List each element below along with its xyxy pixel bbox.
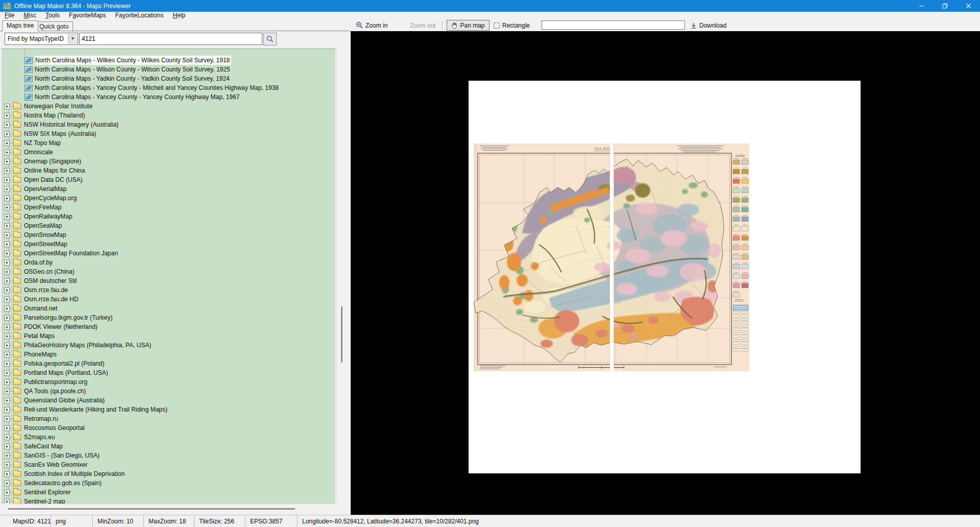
tree-item-folder[interactable]: OpenFireMap: [2, 203, 335, 212]
tree-item-folder[interactable]: NSW Historical Imagery (Australia): [2, 120, 335, 129]
expand-plus-icon[interactable]: [4, 232, 10, 238]
expand-plus-icon[interactable]: [4, 370, 10, 376]
tree-item-folder[interactable]: OpenCycleMap.org: [2, 194, 335, 203]
expand-plus-icon[interactable]: [4, 416, 10, 422]
expand-plus-icon[interactable]: [4, 333, 10, 339]
tree-item-folder[interactable]: Parselsorgu.tkgm.gov.tr (Turkey): [2, 313, 335, 322]
expand-plus-icon[interactable]: [4, 435, 10, 440]
expand-plus-icon[interactable]: [4, 159, 10, 164]
tree-item-folder[interactable]: OpenSnowMap: [2, 230, 335, 239]
expand-plus-icon[interactable]: [4, 471, 10, 477]
expand-plus-icon[interactable]: [4, 379, 10, 385]
expand-plus-icon[interactable]: [4, 140, 10, 146]
tree-item-folder[interactable]: NZ Topo Map: [2, 138, 335, 148]
map-viewport[interactable]: SOIL MAP LEGEND: [351, 31, 980, 515]
expand-plus-icon[interactable]: [4, 361, 10, 367]
expand-plus-icon[interactable]: [4, 444, 10, 449]
tree-item-folder[interactable]: PDOK Viewer (Netherland): [2, 322, 335, 331]
tree-item-folder[interactable]: Scottish Index of Multiple Deprivation: [2, 469, 335, 478]
expand-plus-icon[interactable]: [4, 251, 10, 256]
expand-plus-icon[interactable]: [4, 453, 10, 459]
expand-plus-icon[interactable]: [4, 499, 10, 504]
close-button[interactable]: [957, 0, 980, 12]
expand-plus-icon[interactable]: [4, 150, 10, 155]
toolbar-input[interactable]: [542, 20, 685, 30]
expand-plus-icon[interactable]: [4, 205, 10, 210]
pan-map-button[interactable]: Pan map: [447, 20, 489, 31]
tree-item-folder[interactable]: Osmand.net: [2, 304, 335, 313]
maps-tree[interactable]: North Carolina Maps - Wilkes County - Wi…: [2, 49, 335, 504]
tree-item-folder[interactable]: Sedecatastro.gob.es (Spain): [2, 478, 335, 488]
tree-item-folder[interactable]: SafeCast Map: [2, 442, 335, 451]
expand-plus-icon[interactable]: [4, 269, 10, 275]
tree-item-folder[interactable]: Roscosmos Geoportal: [2, 423, 335, 433]
expand-plus-icon[interactable]: [4, 398, 10, 403]
tree-item-folder[interactable]: Osm.rrze.fau.de: [2, 285, 335, 295]
expand-plus-icon[interactable]: [4, 462, 10, 468]
tree-item-folder[interactable]: Omniscale: [2, 148, 335, 157]
chevron-down-icon[interactable]: ▼: [68, 34, 77, 44]
tree-item-folder[interactable]: NSW SIX Maps (Australia): [2, 129, 335, 138]
expand-plus-icon[interactable]: [4, 104, 10, 109]
expand-plus-icon[interactable]: [4, 352, 10, 357]
menu-item[interactable]: File: [0, 12, 19, 19]
tree-item-folder[interactable]: Portland Maps (Portland, USA): [2, 368, 335, 377]
menu-item[interactable]: Help: [168, 12, 190, 19]
expand-plus-icon[interactable]: [4, 214, 10, 220]
expand-plus-icon[interactable]: [4, 168, 10, 174]
restore-button[interactable]: [933, 0, 957, 12]
tree-item-folder[interactable]: Petal Maps: [2, 331, 335, 341]
find-mode-combobox[interactable]: Find by MapsTypeID ▼: [5, 33, 78, 45]
tree-item-folder[interactable]: Reit-und Wanderkarte (Hiking and Trail R…: [2, 405, 335, 414]
rectangle-select-button[interactable]: Rectangle: [493, 19, 530, 31]
tree-horizontal-scrollbar[interactable]: [2, 504, 335, 514]
expand-plus-icon[interactable]: [4, 223, 10, 229]
expand-plus-icon[interactable]: [4, 242, 10, 247]
download-button[interactable]: Download: [690, 19, 726, 31]
tree-item-folder[interactable]: OpenRailwayMap: [2, 212, 335, 221]
tree-item-folder[interactable]: SanGIS - (San Diego, USA): [2, 451, 335, 460]
tab-quick-goto[interactable]: Quick goto: [35, 21, 73, 32]
tree-item-folder[interactable]: Orda.of.by: [2, 258, 335, 267]
tree-item-folder[interactable]: Publictransportmap.org: [2, 377, 335, 387]
tab-maps-tree[interactable]: Maps tree: [2, 20, 38, 32]
tree-item-map[interactable]: North Carolina Maps - Wilkes County - Wi…: [2, 56, 335, 65]
tree-item-folder[interactable]: OpenSeaMap: [2, 221, 335, 230]
expand-plus-icon[interactable]: [4, 407, 10, 413]
menu-item[interactable]: Misc: [19, 12, 41, 19]
tree-item-folder[interactable]: Queensland Globe (Australia): [2, 396, 335, 405]
tree-item-folder[interactable]: OpenAerialMap: [2, 184, 335, 194]
tree-item-map[interactable]: North Carolina Maps - Yancey County - Ya…: [2, 92, 335, 102]
tree-item-folder[interactable]: Polska.geoportal2.pl (Poland): [2, 359, 335, 368]
tree-item-folder[interactable]: Retromap.ru: [2, 414, 335, 423]
menu-item[interactable]: FavoriteMaps: [64, 12, 111, 19]
expand-plus-icon[interactable]: [4, 324, 10, 330]
expand-plus-icon[interactable]: [4, 122, 10, 128]
tree-item-folder[interactable]: Sentinel Explorer: [2, 488, 335, 497]
expand-plus-icon[interactable]: [4, 260, 10, 266]
tree-item-folder[interactable]: OSM deutscher Stil: [2, 276, 335, 285]
expand-plus-icon[interactable]: [4, 481, 10, 486]
tree-item-folder[interactable]: PhoneMaps: [2, 350, 335, 359]
tree-item-folder[interactable]: ScanEx Web Geomixer: [2, 460, 335, 469]
expand-plus-icon[interactable]: [4, 196, 10, 201]
tree-item-folder[interactable]: QA Tools (qa.poole.ch): [2, 387, 335, 396]
vertical-scroll-thumb[interactable]: [341, 306, 342, 363]
tree-item-folder[interactable]: Sentinel-2 map: [2, 497, 335, 504]
expand-plus-icon[interactable]: [4, 177, 10, 183]
expand-plus-icon[interactable]: [4, 315, 10, 321]
expand-plus-icon[interactable]: [4, 297, 10, 302]
expand-plus-icon[interactable]: [4, 113, 10, 118]
tree-item-folder[interactable]: OpenStreetMap: [2, 239, 335, 249]
tree-item-folder[interactable]: Onemap (Singapore): [2, 157, 335, 166]
tree-item-folder[interactable]: PhilaGeoHistory Maps (Philadelphia, PA, …: [2, 341, 335, 350]
horizontal-scroll-thumb[interactable]: [8, 508, 295, 510]
tree-item-folder[interactable]: Online Maps for China: [2, 166, 335, 175]
search-input[interactable]: [79, 33, 262, 45]
tree-item-folder[interactable]: Open Data DC (USA): [2, 175, 335, 184]
zoom-out-button[interactable]: Zoom out: [410, 19, 436, 31]
minimize-button[interactable]: [910, 0, 933, 12]
expand-plus-icon[interactable]: [4, 278, 10, 284]
tree-item-folder[interactable]: Norwegian Polar Institute: [2, 102, 335, 111]
tree-item-folder[interactable]: OpenStreetMap Foundation Japan: [2, 249, 335, 258]
